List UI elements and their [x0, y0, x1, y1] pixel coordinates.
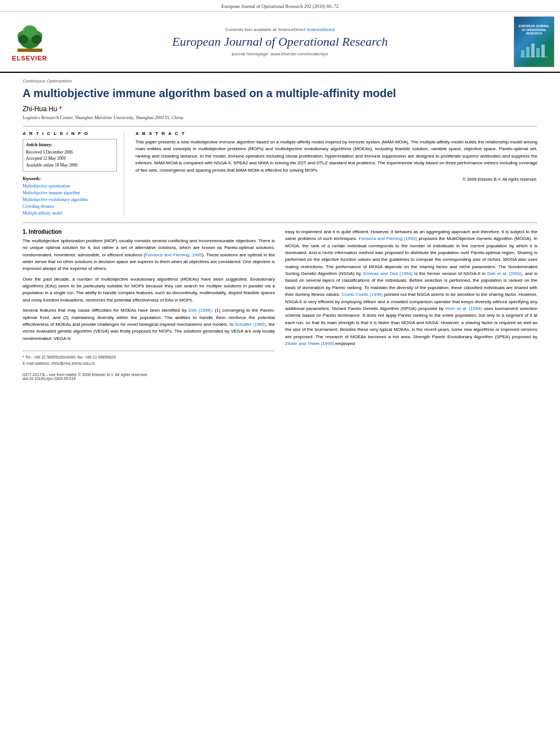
- journal-cover-right: EUROPEAN JOURNAL OF OPERATIONAL RESEARCH: [506, 16, 554, 67]
- article-info-heading: A R T I C L E I N F O: [23, 131, 117, 136]
- section1-heading: 1. Introduction: [23, 229, 275, 235]
- ref-deb-1999[interactable]: Deb (1999): [189, 308, 212, 313]
- keywords-title: Keywords:: [23, 176, 117, 181]
- divider-after-abstract: [23, 222, 537, 223]
- journal-cover-image: EUROPEAN JOURNAL OF OPERATIONAL RESEARCH: [514, 16, 554, 67]
- svg-rect-12: [541, 45, 545, 57]
- keyword-5: Multiple-affinity model: [23, 210, 117, 217]
- ref-schaffer-1985[interactable]: Schaffer (1985): [235, 322, 266, 327]
- body-two-column: 1. Introduction The multiobjective optim…: [23, 229, 537, 381]
- keyword-4: Crowding distance: [23, 203, 117, 210]
- section-label: Continuous Optimization: [23, 78, 537, 84]
- abstract-text: This paper presents a new multiobjective…: [135, 139, 537, 174]
- keyword-1: Multiobjective optimization: [23, 183, 117, 190]
- ref-coello-1996[interactable]: Coello Coello (1996): [342, 292, 383, 297]
- footnote-contact: * Tel.: +86 21 58855200x3040; fax: +86 2…: [23, 354, 275, 360]
- ref-zitzler-1999[interactable]: Zitzler and Thiele (1999): [285, 341, 334, 346]
- info-abstract-row: A R T I C L E I N F O Article history: R…: [23, 131, 537, 217]
- page-container: European Journal of Operational Research…: [0, 0, 560, 386]
- received-date: Received 5 December 2006: [26, 149, 113, 155]
- keyword-2: Multiobjective immune algorithm: [23, 190, 117, 196]
- abstract-heading: A B S T R A C T: [135, 131, 537, 136]
- svg-rect-8: [521, 50, 524, 57]
- cover-title-text: EUROPEAN JOURNAL OF OPERATIONAL RESEARCH: [517, 24, 552, 36]
- article-content: Continuous Optimization A multiobjective…: [0, 73, 560, 386]
- article-history-box: Article history: Received 5 December 200…: [23, 139, 117, 172]
- author-affiliation: Logistics Research Center, Shanghai Mari…: [23, 115, 537, 120]
- sciencedirect-line: Contents lists available at ScienceDirec…: [59, 27, 501, 32]
- history-title: Article history:: [26, 142, 113, 147]
- body-para-1: The multiobjective optimization problem …: [23, 238, 275, 273]
- svg-rect-10: [531, 43, 535, 57]
- author-name: Zhi-Hua Hu *: [23, 105, 537, 113]
- journal-title: European Journal of Operational Research: [59, 34, 501, 49]
- ref-deb-2002[interactable]: Deb et al. (2002): [487, 271, 522, 276]
- accepted-date: Accepted 12 May 2009: [26, 155, 113, 161]
- elsevier-logo: ELSEVIER: [6, 23, 54, 62]
- copyright-line: © 2009 Elsevier B.V. All rights reserved…: [135, 177, 537, 182]
- journal-homepage: journal homepage: www.elsevier.com/locat…: [59, 51, 501, 56]
- cover-chart-icon: [520, 39, 548, 59]
- divider-after-author: [23, 126, 537, 126]
- body-para-3: Several features that may cause difficul…: [23, 307, 275, 342]
- body-column-right: easy to implement and it is quite effici…: [285, 229, 537, 381]
- journal-reference-text: European Journal of Operational Research…: [221, 3, 338, 9]
- bottom-doi-bar: 0377-2217/$ – see front matter © 2009 El…: [23, 373, 275, 381]
- abstract-column: A B S T R A C T This paper presents a ne…: [135, 131, 537, 217]
- ref-horn-1994[interactable]: Horn et al. (1994): [445, 306, 482, 311]
- elsevier-tree-icon: [13, 23, 47, 54]
- journal-header: ELSEVIER Contents lists available at Sci…: [0, 12, 560, 73]
- journal-header-center: Contents lists available at ScienceDirec…: [59, 27, 501, 56]
- body-column-left: 1. Introduction The multiobjective optim…: [23, 229, 275, 381]
- keyword-3: Multiobjective evolutionary algorithm: [23, 196, 117, 203]
- svg-point-6: [32, 35, 42, 44]
- ref-fonseca-1993[interactable]: Fonseca and Fleming (1993): [358, 236, 417, 241]
- svg-rect-9: [526, 47, 530, 57]
- article-title: A multiobjective immune algorithm based …: [23, 86, 537, 101]
- body-para-2: Over the past decade, a number of multio…: [23, 276, 275, 304]
- article-info-column: A R T I C L E I N F O Article history: R…: [23, 131, 124, 217]
- svg-point-5: [18, 35, 28, 44]
- svg-rect-11: [536, 48, 540, 57]
- ref-fonseca-1995[interactable]: Fonseca and Fleming, 1995: [145, 252, 202, 257]
- journal-reference-bar: European Journal of Operational Research…: [0, 0, 560, 12]
- online-date: Available online 18 May 2009: [26, 162, 113, 168]
- ref-srinivas-1994[interactable]: Srinivas and Deb (1994): [362, 271, 412, 276]
- body-para-right-1: easy to implement and it is quite effici…: [285, 229, 537, 348]
- svg-rect-7: [18, 49, 42, 52]
- footnote-email: E-mail address: zhhu@rina.shmtu.edu.cn: [23, 360, 275, 366]
- footnote-area: * Tel.: +86 21 58855200x3040; fax: +86 2…: [23, 351, 275, 380]
- elsevier-brand-text: ELSEVIER: [12, 55, 47, 62]
- keywords-box: Keywords: Multiobjective optimization Mu…: [23, 176, 117, 217]
